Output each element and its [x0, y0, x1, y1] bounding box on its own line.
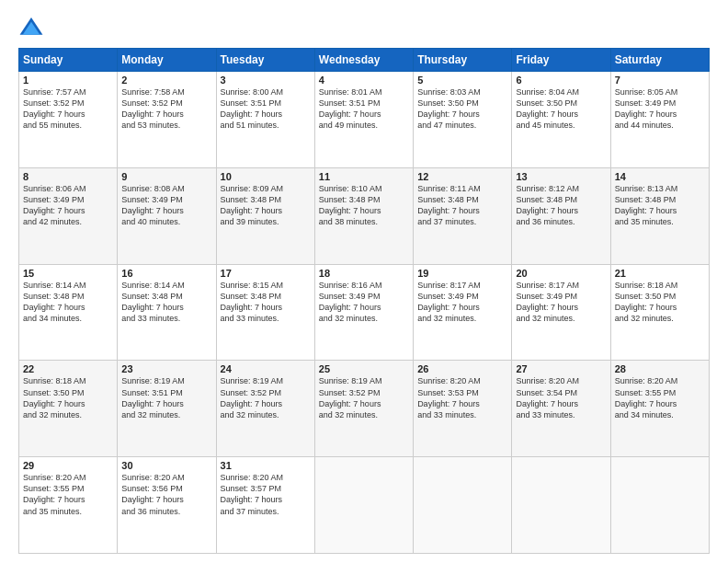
day-info: Sunrise: 8:16 AM Sunset: 3:49 PM Dayligh… [319, 280, 409, 325]
calendar-cell: 20Sunrise: 8:17 AM Sunset: 3:49 PM Dayli… [512, 264, 610, 361]
calendar-cell: 1Sunrise: 7:57 AM Sunset: 3:52 PM Daylig… [19, 72, 118, 168]
day-number: 19 [417, 268, 507, 279]
day-number: 8 [23, 171, 113, 182]
calendar-cell: 17Sunrise: 8:15 AM Sunset: 3:48 PM Dayli… [216, 264, 314, 361]
col-monday: Monday [118, 49, 216, 72]
calendar-cell [414, 457, 512, 554]
calendar-cell: 14Sunrise: 8:13 AM Sunset: 3:48 PM Dayli… [610, 167, 709, 264]
day-info: Sunrise: 8:09 AM Sunset: 3:48 PM Dayligh… [221, 183, 311, 228]
calendar-cell: 9Sunrise: 8:08 AM Sunset: 3:49 PM Daylig… [118, 167, 216, 264]
day-number: 31 [221, 460, 311, 471]
col-friday: Friday [512, 49, 610, 72]
calendar-week-row-1: 1Sunrise: 7:57 AM Sunset: 3:52 PM Daylig… [19, 72, 710, 168]
day-info: Sunrise: 8:10 AM Sunset: 3:48 PM Dayligh… [319, 183, 409, 228]
day-info: Sunrise: 8:14 AM Sunset: 3:48 PM Dayligh… [121, 280, 211, 325]
day-info: Sunrise: 8:04 AM Sunset: 3:50 PM Dayligh… [516, 86, 606, 132]
calendar-cell [512, 457, 610, 554]
calendar-cell [314, 457, 413, 554]
calendar-week-row-5: 29Sunrise: 8:20 AM Sunset: 3:55 PM Dayli… [19, 457, 710, 554]
calendar-week-row-3: 15Sunrise: 8:14 AM Sunset: 3:48 PM Dayli… [19, 264, 710, 361]
day-info: Sunrise: 8:05 AM Sunset: 3:49 PM Dayligh… [615, 86, 705, 132]
calendar-cell: 19Sunrise: 8:17 AM Sunset: 3:49 PM Dayli… [414, 264, 512, 361]
logo [18, 15, 48, 40]
calendar-cell: 22Sunrise: 8:18 AM Sunset: 3:50 PM Dayli… [19, 361, 118, 457]
day-number: 28 [615, 363, 705, 374]
day-number: 30 [121, 460, 211, 471]
day-number: 4 [319, 75, 409, 86]
calendar-cell: 4Sunrise: 8:01 AM Sunset: 3:51 PM Daylig… [314, 72, 413, 168]
day-number: 20 [516, 268, 606, 279]
day-info: Sunrise: 8:20 AM Sunset: 3:55 PM Dayligh… [615, 375, 705, 420]
col-thursday: Thursday [414, 49, 512, 72]
day-number: 12 [417, 171, 507, 182]
day-info: Sunrise: 8:15 AM Sunset: 3:48 PM Dayligh… [221, 280, 311, 325]
day-info: Sunrise: 8:18 AM Sunset: 3:50 PM Dayligh… [615, 280, 705, 325]
day-number: 3 [221, 75, 311, 86]
day-info: Sunrise: 7:58 AM Sunset: 3:52 PM Dayligh… [121, 86, 211, 132]
day-info: Sunrise: 8:00 AM Sunset: 3:51 PM Dayligh… [221, 86, 311, 132]
calendar-cell: 24Sunrise: 8:19 AM Sunset: 3:52 PM Dayli… [216, 361, 314, 457]
day-number: 21 [615, 268, 705, 279]
day-number: 15 [23, 268, 113, 279]
col-saturday: Saturday [610, 49, 709, 72]
col-tuesday: Tuesday [216, 49, 314, 72]
calendar-cell: 2Sunrise: 7:58 AM Sunset: 3:52 PM Daylig… [118, 72, 216, 168]
day-number: 13 [516, 171, 606, 182]
calendar-cell: 3Sunrise: 8:00 AM Sunset: 3:51 PM Daylig… [216, 72, 314, 168]
calendar-cell: 16Sunrise: 8:14 AM Sunset: 3:48 PM Dayli… [118, 264, 216, 361]
day-number: 9 [121, 171, 211, 182]
day-number: 14 [615, 171, 705, 182]
day-number: 1 [23, 75, 113, 86]
calendar-cell: 27Sunrise: 8:20 AM Sunset: 3:54 PM Dayli… [512, 361, 610, 457]
calendar-cell: 8Sunrise: 8:06 AM Sunset: 3:49 PM Daylig… [19, 167, 118, 264]
calendar-week-row-2: 8Sunrise: 8:06 AM Sunset: 3:49 PM Daylig… [19, 167, 710, 264]
day-number: 5 [417, 75, 507, 86]
day-number: 10 [221, 171, 311, 182]
calendar-cell: 15Sunrise: 8:14 AM Sunset: 3:48 PM Dayli… [19, 264, 118, 361]
day-info: Sunrise: 8:19 AM Sunset: 3:52 PM Dayligh… [319, 375, 409, 420]
day-number: 16 [121, 268, 211, 279]
day-info: Sunrise: 8:11 AM Sunset: 3:48 PM Dayligh… [417, 183, 507, 228]
calendar-cell: 6Sunrise: 8:04 AM Sunset: 3:50 PM Daylig… [512, 72, 610, 168]
day-info: Sunrise: 8:19 AM Sunset: 3:51 PM Dayligh… [121, 375, 211, 420]
day-info: Sunrise: 8:17 AM Sunset: 3:49 PM Dayligh… [516, 280, 606, 325]
calendar-cell: 31Sunrise: 8:20 AM Sunset: 3:57 PM Dayli… [216, 457, 314, 554]
day-info: Sunrise: 8:06 AM Sunset: 3:49 PM Dayligh… [23, 183, 113, 228]
day-number: 6 [516, 75, 606, 86]
calendar-cell: 29Sunrise: 8:20 AM Sunset: 3:55 PM Dayli… [19, 457, 118, 554]
day-info: Sunrise: 7:57 AM Sunset: 3:52 PM Dayligh… [23, 86, 113, 132]
day-number: 27 [516, 363, 606, 374]
day-info: Sunrise: 8:18 AM Sunset: 3:50 PM Dayligh… [23, 375, 113, 420]
day-info: Sunrise: 8:19 AM Sunset: 3:52 PM Dayligh… [221, 375, 311, 420]
calendar-cell: 26Sunrise: 8:20 AM Sunset: 3:53 PM Dayli… [414, 361, 512, 457]
day-number: 22 [23, 363, 113, 374]
day-number: 23 [121, 363, 211, 374]
day-info: Sunrise: 8:20 AM Sunset: 3:57 PM Dayligh… [221, 472, 311, 517]
calendar-cell: 28Sunrise: 8:20 AM Sunset: 3:55 PM Dayli… [610, 361, 709, 457]
day-number: 11 [319, 171, 409, 182]
day-info: Sunrise: 8:12 AM Sunset: 3:48 PM Dayligh… [516, 183, 606, 228]
day-info: Sunrise: 8:01 AM Sunset: 3:51 PM Dayligh… [319, 86, 409, 132]
calendar-cell: 12Sunrise: 8:11 AM Sunset: 3:48 PM Dayli… [414, 167, 512, 264]
col-sunday: Sunday [19, 49, 118, 72]
day-info: Sunrise: 8:17 AM Sunset: 3:49 PM Dayligh… [417, 280, 507, 325]
calendar-cell: 10Sunrise: 8:09 AM Sunset: 3:48 PM Dayli… [216, 167, 314, 264]
logo-icon [18, 15, 44, 40]
calendar-cell: 7Sunrise: 8:05 AM Sunset: 3:49 PM Daylig… [610, 72, 709, 168]
day-info: Sunrise: 8:20 AM Sunset: 3:54 PM Dayligh… [516, 375, 606, 420]
day-info: Sunrise: 8:20 AM Sunset: 3:55 PM Dayligh… [23, 472, 113, 517]
day-info: Sunrise: 8:20 AM Sunset: 3:56 PM Dayligh… [121, 472, 211, 517]
calendar-cell: 13Sunrise: 8:12 AM Sunset: 3:48 PM Dayli… [512, 167, 610, 264]
day-number: 2 [121, 75, 211, 86]
page: Sunday Monday Tuesday Wednesday Thursday… [0, 0, 728, 563]
calendar-cell: 21Sunrise: 8:18 AM Sunset: 3:50 PM Dayli… [610, 264, 709, 361]
calendar-header-row: Sunday Monday Tuesday Wednesday Thursday… [19, 49, 710, 72]
day-info: Sunrise: 8:14 AM Sunset: 3:48 PM Dayligh… [23, 280, 113, 325]
day-number: 7 [615, 75, 705, 86]
calendar-table: Sunday Monday Tuesday Wednesday Thursday… [18, 48, 710, 554]
calendar-week-row-4: 22Sunrise: 8:18 AM Sunset: 3:50 PM Dayli… [19, 361, 710, 457]
day-info: Sunrise: 8:03 AM Sunset: 3:50 PM Dayligh… [417, 86, 507, 132]
day-number: 25 [319, 363, 409, 374]
calendar-cell: 18Sunrise: 8:16 AM Sunset: 3:49 PM Dayli… [314, 264, 413, 361]
calendar-cell: 25Sunrise: 8:19 AM Sunset: 3:52 PM Dayli… [314, 361, 413, 457]
